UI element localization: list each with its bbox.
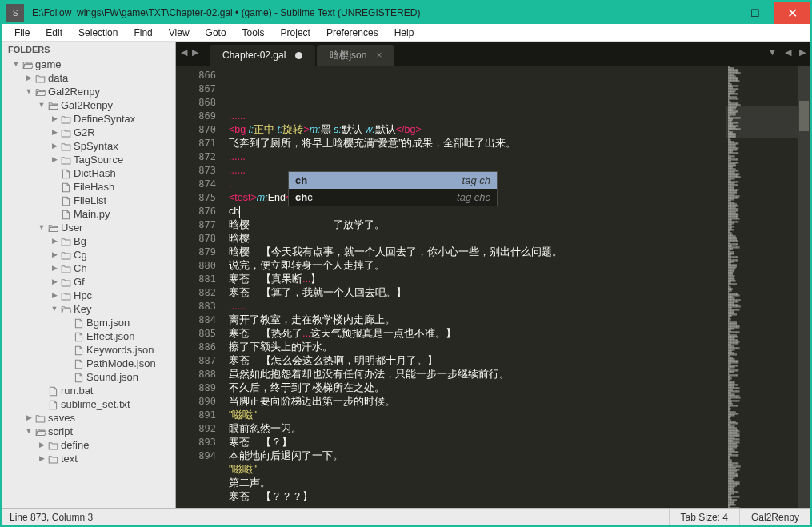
autocomplete-item[interactable]: chtag ch: [289, 172, 497, 189]
tree-item-bgm-json[interactable]: Bgm.json: [2, 316, 175, 329]
menu-project[interactable]: Project: [273, 26, 318, 40]
code-line[interactable]: 眼前忽然一闪。: [229, 422, 722, 436]
tabbar: ◀ ▶ Chapter-02.gal晗樱json× ▼ ◀ ▶: [176, 42, 810, 66]
tree-item-gf[interactable]: ▶Gf: [2, 275, 175, 289]
tree-item-spsyntax[interactable]: ▶SpSyntax: [2, 139, 175, 153]
workspace: FOLDERS ▼game▶data▼Gal2Renpy▼Gal2Renpy▶D…: [2, 42, 810, 508]
maximize-button[interactable]: ☐: [737, 2, 774, 24]
tree-item-g2r[interactable]: ▶G2R: [2, 126, 175, 139]
tree-item-user[interactable]: ▼User: [2, 221, 175, 234]
minimize-button[interactable]: —: [700, 2, 737, 24]
status-syntax[interactable]: Gal2Renpy: [739, 509, 810, 525]
tree-item-filelist[interactable]: FileList: [2, 194, 175, 207]
code-line[interactable]: 晗樱 【今天我有点事，就一个人回去了，你小心一些，别出什么问题。: [229, 246, 722, 259]
code-line[interactable]: 寒苍 【算了，我就一个人回去吧。】: [229, 286, 722, 300]
code-line[interactable]: 不久后，终于到了楼梯所在之处。: [229, 381, 722, 395]
code-line[interactable]: 说完，便立即转身一个人走掉了。: [229, 259, 722, 273]
code-line[interactable]: 擦了下额头上的汗水。: [229, 341, 722, 354]
code-line[interactable]: 晗樱: [229, 232, 722, 246]
menu-tools[interactable]: Tools: [234, 26, 273, 40]
folder-open-icon: [34, 85, 46, 98]
tree-item-bg[interactable]: ▶Bg: [2, 234, 175, 248]
code-line[interactable]: 当脚正要向阶梯迈出第一步的时候。: [229, 395, 722, 409]
app-icon: S: [6, 4, 24, 22]
tab-close-icon[interactable]: ×: [376, 50, 382, 61]
tab-scroll-right-icon[interactable]: ▶: [799, 47, 806, 58]
tree-item-script[interactable]: ▼script: [2, 425, 175, 438]
tree-item-sound-json[interactable]: Sound.json: [2, 370, 175, 384]
code-line[interactable]: 寒苍 【怎么会这么热啊，明明都十月了。】: [229, 354, 722, 368]
tree-item-gal2renpy[interactable]: ▼Gal2Renpy: [2, 98, 175, 112]
tree-item-define[interactable]: ▶define: [2, 438, 175, 452]
code-line[interactable]: ......: [229, 110, 722, 123]
code-line[interactable]: 本能地向后退闪了一下。: [229, 449, 722, 463]
tree-item-pathmode-json[interactable]: PathMode.json: [2, 357, 175, 370]
titlebar[interactable]: S E:\Follow_wings\FW\game\TXT\Chapter-02…: [2, 2, 810, 24]
code-line[interactable]: 寒苍 【？】: [229, 436, 722, 449]
code-line[interactable]: "嗞嗞": [229, 463, 722, 477]
status-tabsize[interactable]: Tab Size: 4: [669, 509, 739, 525]
code-line[interactable]: 寒苍 【热死了...这天气预报真是一点也不准。】: [229, 327, 722, 341]
autocomplete-popup[interactable]: chtag chchctag chc: [288, 171, 498, 206]
minimap[interactable]: ██ ██████ ██████████ ███████████ ███████…: [726, 66, 798, 508]
code-line[interactable]: <bg l:正中 t:旋转>m:黑 s:默认 w:默认</bg>: [229, 123, 722, 137]
menu-find[interactable]: Find: [126, 26, 160, 40]
code-line[interactable]: 虽然如此抱怨着却也没有任何办法，只能一步一步继续前行。: [229, 368, 722, 381]
tree-item-effect-json[interactable]: Effect.json: [2, 329, 175, 343]
tree-item-gal2renpy[interactable]: ▼Gal2Renpy: [2, 85, 175, 98]
menu-preferences[interactable]: Preferences: [318, 26, 386, 40]
close-button[interactable]: ✕: [774, 2, 810, 24]
tree-item-main-py[interactable]: Main.py: [2, 207, 175, 221]
tree-item-game[interactable]: ▼game: [2, 58, 175, 71]
tab---json[interactable]: 晗樱json×: [317, 45, 394, 66]
code-line[interactable]: "嗞嗞": [229, 409, 722, 422]
tree-item-sublime-set-txt[interactable]: sublime_set.txt: [2, 397, 175, 411]
tree-item-hpc[interactable]: ▶Hpc: [2, 289, 175, 302]
tree-item-saves[interactable]: ▶saves: [2, 411, 175, 425]
menu-selection[interactable]: Selection: [70, 26, 126, 40]
code-line[interactable]: ......: [229, 300, 722, 313]
code-area[interactable]: ......<bg l:正中 t:旋转>m:黑 s:默认 w:默认</bg>飞奔…: [226, 66, 726, 508]
tab-chapter-02-gal[interactable]: Chapter-02.gal: [210, 45, 315, 66]
window-title: E:\Follow_wings\FW\game\TXT\Chapter-02.g…: [29, 7, 700, 18]
line-gutter[interactable]: 866 867 868 869 870 871 872 873 874 875 …: [176, 66, 226, 508]
file-icon: [59, 194, 72, 207]
tree-item-text[interactable]: ▶text: [2, 452, 175, 465]
scrollbar-thumb[interactable]: [799, 101, 809, 131]
tree-item-tagsource[interactable]: ▶TagSource: [2, 153, 175, 166]
folder-tree[interactable]: ▼game▶data▼Gal2Renpy▼Gal2Renpy▶DefineSyn…: [2, 58, 175, 508]
tree-item-definesyntax[interactable]: ▶DefineSyntax: [2, 112, 175, 126]
code-line[interactable]: 寒苍 【？？？】: [229, 490, 722, 504]
code-line[interactable]: 第二声。: [229, 477, 722, 490]
tree-item-key[interactable]: ▼Key: [2, 302, 175, 316]
minimap-viewport[interactable]: [726, 106, 798, 138]
tree-item-data[interactable]: ▶data: [2, 71, 175, 85]
file-icon: [59, 207, 72, 221]
status-position[interactable]: Line 873, Column 3: [2, 512, 669, 523]
tree-item-cg[interactable]: ▶Cg: [2, 248, 175, 262]
tab-dropdown-icon[interactable]: ▼: [768, 47, 777, 58]
autocomplete-item[interactable]: chctag chc: [289, 189, 497, 206]
tree-item-filehash[interactable]: FileHash: [2, 180, 175, 194]
tree-item-run-bat[interactable]: run.bat: [2, 384, 175, 397]
code-line[interactable]: ......: [229, 150, 722, 164]
code-line[interactable]: 晗樱 了放学了。: [229, 218, 722, 232]
menu-help[interactable]: Help: [386, 26, 422, 40]
tree-item-dicthash[interactable]: DictHash: [2, 166, 175, 180]
menu-edit[interactable]: Edit: [38, 26, 70, 40]
tree-item-keywords-json[interactable]: Keywords.json: [2, 343, 175, 357]
nav-back-icon[interactable]: ◀: [181, 47, 187, 58]
code-line[interactable]: ch: [229, 205, 722, 218]
tree-item-ch[interactable]: ▶Ch: [2, 262, 175, 275]
app-window: S E:\Follow_wings\FW\game\TXT\Chapter-02…: [2, 2, 810, 525]
nav-fwd-icon[interactable]: ▶: [192, 47, 198, 58]
folder-icon: [34, 71, 46, 85]
tab-scroll-left-icon[interactable]: ◀: [785, 47, 791, 58]
menu-goto[interactable]: Goto: [198, 26, 234, 40]
code-line[interactable]: 寒苍 【真果断...】: [229, 273, 722, 286]
vertical-scrollbar[interactable]: [798, 66, 810, 508]
menu-view[interactable]: View: [161, 26, 198, 40]
code-line[interactable]: 飞奔到了厕所，将早上晗樱充满“爱意”的成果，全部吐了出来。: [229, 137, 722, 150]
menu-file[interactable]: File: [6, 26, 38, 40]
code-line[interactable]: 离开了教室，走在教学楼内走廊上。: [229, 313, 722, 327]
